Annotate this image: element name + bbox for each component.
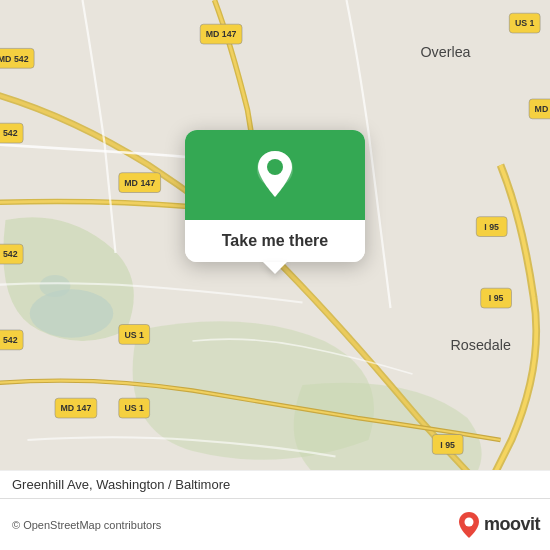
svg-text:US 1: US 1 (124, 330, 144, 340)
button-label: Take me there (222, 232, 328, 250)
svg-text:I 95: I 95 (484, 222, 499, 232)
popup-caret (263, 262, 287, 274)
svg-text:MD 542: MD 542 (0, 335, 18, 345)
popup-header (185, 130, 365, 220)
svg-text:MD 542: MD 542 (0, 54, 29, 64)
svg-text:MD 147: MD 147 (60, 403, 91, 413)
svg-text:MD 542: MD 542 (0, 128, 18, 138)
moovit-logo: moovit (458, 511, 540, 539)
svg-text:Rosedale: Rosedale (450, 337, 510, 353)
svg-text:MD 147: MD 147 (206, 29, 237, 39)
location-pin-icon (251, 147, 299, 203)
svg-point-36 (267, 159, 283, 175)
svg-point-37 (464, 517, 473, 526)
location-label: Greenhill Ave, Washington / Baltimore (0, 470, 550, 498)
popup-card: Take me there (185, 130, 365, 262)
map-container: MD 542 MD 147 US 1 MD 588 MD 542 MD 147 … (0, 0, 550, 550)
moovit-pin-icon (458, 511, 480, 539)
svg-text:I 95: I 95 (489, 293, 504, 303)
svg-text:MD 542: MD 542 (0, 249, 18, 259)
svg-text:MD 588: MD 588 (535, 104, 550, 114)
moovit-text: moovit (484, 514, 540, 535)
map-background: MD 542 MD 147 US 1 MD 588 MD 542 MD 147 … (0, 0, 550, 550)
svg-text:MD 147: MD 147 (124, 178, 155, 188)
map-attribution: © OpenStreetMap contributors (12, 519, 161, 531)
take-me-there-button[interactable]: Take me there (185, 220, 365, 262)
location-text: Greenhill Ave, Washington / Baltimore (12, 477, 230, 492)
bottom-bar: © OpenStreetMap contributors moovit (0, 498, 550, 550)
svg-text:Overlea: Overlea (420, 44, 470, 60)
svg-text:US 1: US 1 (124, 403, 144, 413)
svg-text:I 95: I 95 (440, 440, 455, 450)
svg-text:US 1: US 1 (515, 18, 535, 28)
